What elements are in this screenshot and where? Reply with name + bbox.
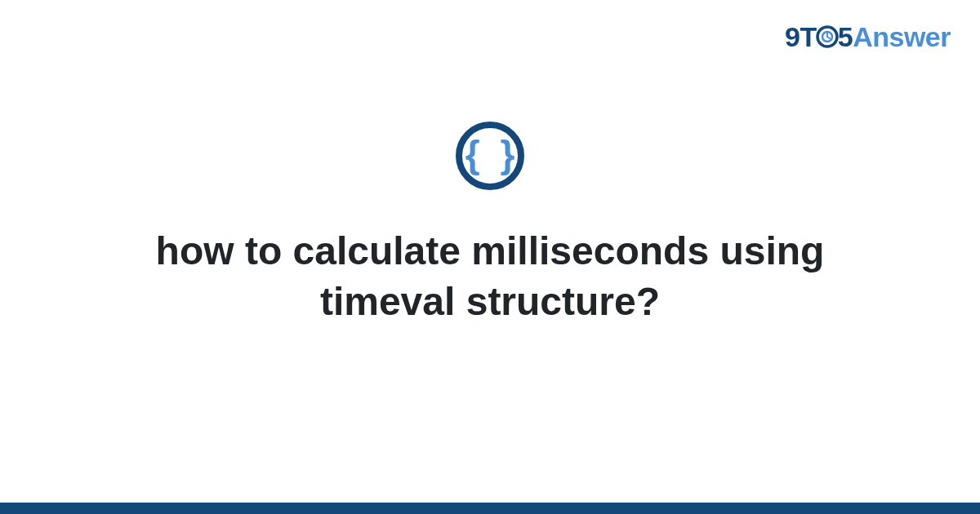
main-content: { } how to calculate milliseconds using …: [0, 0, 980, 514]
question-title: how to calculate milliseconds using time…: [122, 226, 858, 328]
footer-accent-bar: [0, 503, 980, 514]
code-braces-icon: { }: [456, 122, 524, 190]
braces-glyph: { }: [466, 135, 520, 173]
